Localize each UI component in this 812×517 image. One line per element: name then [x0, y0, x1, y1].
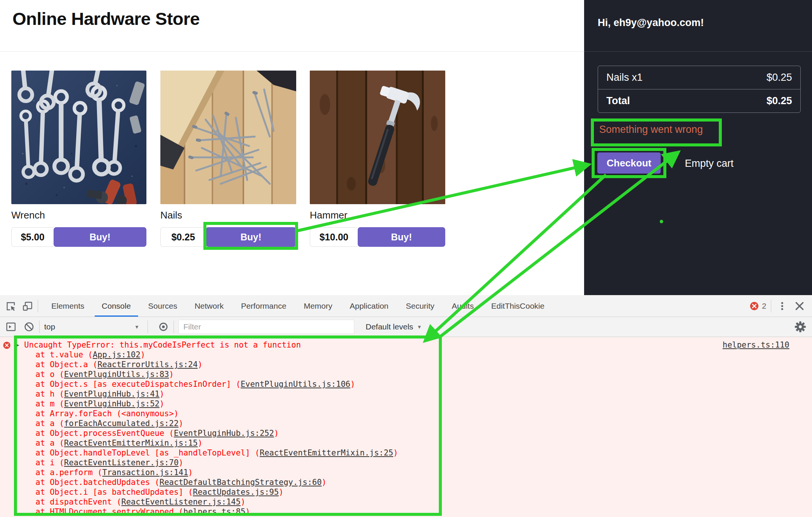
inspect-element-icon[interactable] [5, 300, 17, 312]
toolbar-divider [39, 320, 40, 333]
product-price: $0.25 [160, 227, 206, 247]
cart-table: Nails x1 $0.25 Total $0.25 [598, 66, 801, 113]
page: Online Hardware Store [0, 0, 812, 517]
tab-sources[interactable]: Sources [140, 295, 186, 317]
cart-total-label: Total [606, 95, 630, 107]
stack-line: at Array.forEach (<anonymous>) [35, 409, 789, 419]
error-count: 2 [762, 302, 766, 311]
stack-line: at m (EventPluginHub.js:52) [35, 399, 789, 409]
tab-performance[interactable]: Performance [232, 295, 295, 317]
header-divider [0, 51, 584, 52]
checkout-button[interactable]: Checkout [597, 152, 661, 174]
toolbar-divider [771, 300, 771, 312]
console-output: ▶ Uncaught TypeError: this.myCodeIsPerfe… [0, 337, 812, 517]
wrench-product-image [11, 71, 146, 204]
stack-source-link[interactable]: EventPluginUtils.js:106 [241, 380, 351, 389]
buy-button-hammer[interactable]: Buy! [358, 227, 445, 247]
clear-console-icon[interactable] [23, 321, 35, 332]
stack-line: at dispatchEvent (ReactEventListener.js:… [35, 497, 789, 507]
empty-cart-button[interactable]: Empty cart [683, 152, 736, 174]
gear-icon[interactable] [795, 321, 806, 332]
stack-source-link[interactable]: EventPluginHub.js:41 [64, 389, 160, 399]
devtools-tabs: ElementsConsoleSourcesNetworkPerformance… [43, 295, 553, 317]
stack-line: at h (EventPluginHub.js:41) [35, 389, 789, 399]
stack-line: at Object.processEventQueue (EventPlugin… [35, 428, 789, 438]
error-badge-icon[interactable] [750, 302, 759, 311]
product-price: $10.00 [310, 227, 358, 247]
stack-line: at Object.s [as executeDispatchesInOrder… [35, 379, 789, 389]
buy-button-nails[interactable]: Buy! [206, 227, 296, 247]
error-circle-icon [3, 342, 11, 351]
buy-row: $10.00 Buy! [310, 227, 445, 247]
tab-elements[interactable]: Elements [43, 295, 93, 317]
toolbar-divider [38, 300, 38, 312]
stack-line: at Object.i [as batchedUpdates] (ReactUp… [35, 487, 789, 497]
stack-source-link[interactable]: helpers.ts:85 [183, 507, 245, 516]
toolbar-divider [148, 320, 148, 333]
stack-line: at Object.batchedUpdates (ReactDefaultBa… [35, 477, 789, 487]
stack-line: at a (ReactEventEmitterMixin.js:15) [35, 438, 789, 448]
expand-arrow-icon[interactable]: ▶ [16, 342, 19, 348]
error-message-line: Uncaught TypeError: this.myCodeIsPerfect… [24, 340, 789, 350]
tab-application[interactable]: Application [341, 295, 397, 317]
page-title: Online Hardware Store [12, 8, 200, 29]
kebab-menu-icon[interactable] [777, 300, 788, 312]
buy-row: $0.25 Buy! [160, 227, 296, 247]
tab-console[interactable]: Console [93, 295, 140, 317]
stack-source-link[interactable]: forEachAccumulated.js:22 [64, 419, 178, 428]
stack-trace: at t.value (App.js:102)at Object.a (Reac… [35, 350, 789, 517]
stack-source-link[interactable]: EventPluginHub.js:252 [174, 429, 274, 438]
tab-security[interactable]: Security [397, 295, 443, 317]
product-card-nails: Nails $0.25 Buy! [160, 71, 296, 247]
context-selector[interactable]: top ▼ [44, 322, 143, 331]
tab-editthiscookie[interactable]: EditThisCookie [483, 295, 553, 317]
user-greeting: Hi, eh9y@yahoo.com! [598, 17, 704, 29]
cart-sidebar: Hi, eh9y@yahoo.com! Nails x1 $0.25 Total… [584, 0, 812, 295]
stack-source-link[interactable]: ReactEventListener.js:70 [64, 458, 178, 467]
source-link[interactable]: helpers.ts:110 [723, 340, 789, 350]
stack-source-link[interactable]: ReactUpdates.js:95 [193, 488, 279, 497]
nails-product-image [160, 71, 296, 204]
device-toolbar-icon[interactable] [22, 300, 33, 312]
cart-total-row: Total $0.25 [598, 89, 800, 112]
cart-total-price: $0.25 [766, 95, 792, 107]
caret-down-icon: ▼ [417, 324, 422, 330]
stack-source-link[interactable]: ReactErrorUtils.js:24 [97, 360, 198, 369]
product-name: Hammer [310, 209, 445, 221]
stack-source-link[interactable]: ReactEventEmitterMixin.js:25 [260, 448, 393, 457]
stack-source-link[interactable]: EventPluginUtils.js:83 [64, 370, 169, 379]
tab-network[interactable]: Network [186, 295, 232, 317]
caret-down-icon: ▼ [134, 324, 139, 330]
product-card-hammer: Hammer $10.00 Buy! [310, 71, 445, 247]
log-levels-value: Default levels [366, 322, 413, 331]
cart-item-row: Nails x1 $0.25 [598, 66, 800, 89]
eye-icon[interactable] [158, 321, 169, 332]
toolbar-divider [174, 320, 174, 333]
buy-button-wrench[interactable]: Buy! [54, 227, 146, 247]
product-card-wrench: Wrench $5.00 Buy! [11, 71, 146, 247]
error-log-entry: Uncaught TypeError: this.myCodeIsPerfect… [24, 340, 789, 517]
buy-row: $5.00 Buy! [11, 227, 146, 247]
tabbar-right: 2 [750, 300, 812, 312]
stack-source-link[interactable]: App.js:102 [93, 350, 140, 359]
stack-source-link[interactable]: Transaction.js:141 [102, 468, 188, 477]
filter-input[interactable] [178, 320, 354, 334]
stack-source-link[interactable]: ReactEventEmitterMixin.js:15 [64, 439, 198, 448]
cart-item-label: Nails x1 [606, 72, 643, 83]
cart-item-price: $0.25 [766, 72, 792, 83]
log-levels-selector[interactable]: Default levels ▼ [366, 322, 426, 331]
stack-source-link[interactable]: ReactEventListener.js:145 [121, 497, 241, 506]
stack-line: at Object.handleTopLevel [as _handleTopL… [35, 448, 789, 458]
stack-line: at a (forEachAccumulated.js:22) [35, 419, 789, 428]
tab-memory[interactable]: Memory [295, 295, 341, 317]
stack-source-link[interactable]: ReactDefaultBatchingStrategy.js:60 [160, 478, 322, 487]
stack-line: at t.value (App.js:102) [35, 350, 789, 360]
tab-audits[interactable]: Audits [443, 295, 482, 317]
stack-line: at i (ReactEventListener.js:70) [35, 458, 789, 468]
close-icon[interactable] [794, 300, 805, 312]
stack-source-link[interactable]: EventPluginHub.js:52 [64, 399, 160, 408]
devtools-tabbar: ElementsConsoleSourcesNetworkPerformance… [0, 295, 812, 317]
devtools-panel: ElementsConsoleSourcesNetworkPerformance… [0, 295, 812, 517]
console-sidebar-icon[interactable] [5, 321, 17, 332]
hammer-product-image [310, 71, 445, 204]
